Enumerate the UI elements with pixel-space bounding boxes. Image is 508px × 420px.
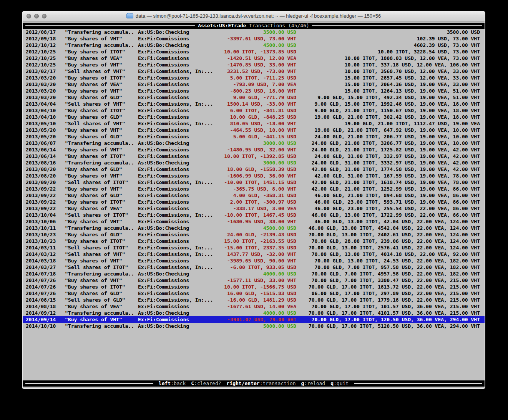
transaction-date: 2013/10/11 [23,225,65,231]
transaction-amount: 4000.00 USD [215,310,296,316]
rule-line [312,25,482,26]
transaction-account: Ex:Fi:Commissions [138,303,215,310]
transaction-row[interactable]: 2012/10/25"Buy shares of VEA"Ex:Fi:Commi… [23,55,485,61]
transaction-balance: 70.00 GLD, 17.00 ITOT, 1813.72 USD, 22.0… [296,284,485,290]
transaction-row[interactable]: 2013/06/07"Transfering accumula..As:US:B… [23,140,485,146]
traffic-lights [27,14,46,18]
transaction-row[interactable]: 2013/04/10"Buy shares of GLD"Ex:Fi:Commi… [23,114,485,120]
transaction-row[interactable]: 2013/08/16"Transfering accumula..As:US:B… [23,159,485,166]
minimize-button[interactable] [34,14,39,18]
transaction-row[interactable]: 2014/07/26"Buy shares of ITOT"Ex:Fi:Comm… [23,284,485,290]
transaction-date: 2013/09/22 [23,199,65,205]
transaction-balance: 42.00 GLD, 31.00 ITOT, 167.59 USD, 19.00… [296,173,485,179]
transaction-description: "Buy shares of GLD" [65,290,138,297]
transaction-row[interactable]: 2013/10/04"Sell shares of ITOT"Ex:Fi:Com… [23,212,485,218]
transaction-row[interactable]: 2013/10/23"Buy shares of GLD"Ex:Fi:Commi… [23,231,485,238]
transaction-amount: 3000.00 USD [215,140,296,146]
transaction-date: 2012/08/17 [23,29,65,35]
transaction-date: 2012/10/25 [23,55,65,61]
transaction-row[interactable]: 2013/03/20"Buy shares of VEA"Ex:Fi:Commi… [23,81,485,88]
transaction-balance: 70.00 GLD, 17.00 ITOT, 120.50 USD, 36.00… [296,316,485,323]
transaction-row[interactable]: 2014/03/11"Sell shares of ITOT"Ex:Fi:Com… [23,244,485,251]
transaction-row[interactable]: 2013/04/10"Buy shares of ITOT"Ex:Fi:Comm… [23,107,485,114]
key-action: :cleared? [194,380,221,386]
transaction-row[interactable]: 2014/08/18"Buy shares of VEA"Ex:Fi:Commi… [23,303,485,310]
transaction-row[interactable]: 2013/09/22"Buy shares of GLD"Ex:Fi:Commi… [23,192,485,199]
transaction-row[interactable]: 2014/03/12"Sell shares of VHT"Ex:Fi:Comm… [23,251,485,257]
transaction-row[interactable]: 2013/09/22"Buy shares of VHT"Ex:Fi:Commi… [23,186,485,192]
transaction-row[interactable]: 2013/03/20"Buy shares of VHT"Ex:Fi:Commi… [23,88,485,94]
transaction-row[interactable]: 2013/09/22"Buy shares of VEA"Ex:Fi:Commi… [23,205,485,212]
terminal-window: data — simon@pool-71-165-239-133.lsanca.… [22,11,485,389]
transaction-amount: -464.55 USD, 10.00 VHT [215,127,296,133]
transaction-row[interactable]: 2013/04/04"Sell shares of VHT"Ex:Fi:Comm… [23,101,485,107]
transaction-row[interactable]: 2014/10/10"Transfering accumula..As:US:B… [23,323,485,329]
transaction-date: 2013/04/10 [23,107,65,114]
screen-subtitle: transactions (45/46) [246,23,309,28]
transaction-row[interactable]: 2014/09/12"Transfering accumula..As:US:B… [23,310,485,316]
transaction-account: Ex:Fi:Commissions [138,290,215,297]
transaction-date: 2013/05/20 [23,133,65,140]
transaction-row[interactable]: 2012/10/12"Transfering accumula..As:US:B… [23,42,485,48]
transaction-balance: 9.00 GLD, 21.00 ITOT, 1150.67 USD, 19.00… [296,107,485,114]
title-area: data — simon@pool-71-165-239-133.lsanca.… [23,11,485,21]
transaction-description: "Sell shares of ITOT" [65,212,138,218]
transaction-row[interactable]: 2012/10/25"Buy shares of ITOT"Ex:Fi:Comm… [23,48,485,55]
transaction-row[interactable]: 2013/03/20"Buy shares of GLD"Ex:Fi:Commi… [23,94,485,101]
transaction-row[interactable]: 2013/10/11"Transfering accumula..As:US:B… [23,225,485,231]
transaction-date: 2014/07/26 [23,277,65,284]
transaction-account: Ex:Fi:Commissions [138,81,215,88]
transaction-account: Ex:Fi:Commissions [138,48,215,55]
transaction-amount: -1470.85 USD, 33.00 VHT [215,61,296,68]
transaction-description: "Buy shares of ITOT" [65,153,138,159]
transaction-row[interactable]: 2013/06/14"Buy shares of ITOT"Ex:Fi:Comm… [23,153,485,159]
transaction-row[interactable]: 2014/07/18"Transfering accumula..As:US:B… [23,271,485,277]
transaction-amount: -793.09 USD, 7.00 VEA [215,81,296,88]
transaction-date: 2012/10/12 [23,42,65,48]
transaction-row[interactable]: 2013/06/14"Buy shares of VHT"Ex:Fi:Commi… [23,146,485,153]
transaction-balance: 9.00 GLD, 15.00 ITOT, 492.34 USD, 19.00 … [296,94,485,101]
transaction-row[interactable]: 2013/09/20"Sell shares of ITOT"Ex:Fi:Com… [23,179,485,186]
transaction-row[interactable]: 2014/08/15"Sell shares of GLD"Ex:Fi:Comm… [23,297,485,303]
transaction-date: 2013/03/20 [23,94,65,101]
transaction-description: "Buy shares of VEA" [65,205,138,212]
transaction-row[interactable]: 2013/08/20"Buy shares of VHT"Ex:Fi:Commi… [23,173,485,179]
transaction-row[interactable]: 2014/07/26"Buy shares of VHT"Ex:Fi:Commi… [23,277,485,284]
transaction-row[interactable]: 2013/10/23"Buy shares of ITOT"Ex:Fi:Comm… [23,238,485,244]
transaction-row[interactable]: 2014/03/27"Sell shares of ITOT"Ex:Fi:Com… [23,264,485,271]
transaction-row[interactable]: 2013/09/22"Buy shares of ITOT"Ex:Fi:Comm… [23,199,485,205]
transaction-row[interactable]: 2013/05/10"Sell shares of VHT"Ex:Fi:Comm… [23,120,485,127]
transaction-balance: 42.00 GLD, 21.00 ITOT, 1618.74 USD, 19.0… [296,179,485,186]
transaction-amount: -15.00 ITOT, 2337.35 USD [215,244,296,251]
transaction-row[interactable]: 2013/05/20"Buy shares of VHT"Ex:Fi:Commi… [23,127,485,133]
transaction-date: 2013/08/20 [23,173,65,179]
transaction-row[interactable]: 2013/02/17"Sell shares of VHT"Ex:Fi:Comm… [23,68,485,75]
transaction-row[interactable]: 2014/03/18"Buy shares of VHT"Ex:Fi:Commi… [23,257,485,264]
transaction-row[interactable]: 2014/07/26"Buy shares of GLD"Ex:Fi:Commi… [23,290,485,297]
transaction-description: "Buy shares of ITOT" [65,75,138,81]
transaction-row[interactable]: 2013/05/20"Buy shares of GLD"Ex:Fi:Commi… [23,133,485,140]
transaction-row[interactable]: 2013/08/20"Buy shares of GLD"Ex:Fi:Commi… [23,166,485,173]
transaction-row[interactable]: 2012/09/18"Buy shares of VHT"Ex:Fi:Commi… [23,35,485,42]
transaction-date: 2014/03/12 [23,251,65,257]
transaction-row[interactable]: 2013/03/20"Buy shares of ITOT"Ex:Fi:Comm… [23,75,485,81]
transaction-amount: 4000.00 USD [215,271,296,277]
transaction-description: "Buy shares of ITOT" [65,199,138,205]
transaction-account: Ex:Fi:Commissions [138,218,215,225]
transaction-row[interactable]: 2013/10/06"Buy shares of VHT"Ex:Fi:Commi… [23,218,485,225]
close-button[interactable] [27,14,31,18]
transaction-balance: 70.00 GLD, 7.00 ITOT, 3380.47 USD, 22.00… [296,277,485,284]
transaction-date: 2012/10/25 [23,48,65,55]
transaction-amount: -1677.61 USD, 14.00 VEA [215,303,296,310]
footer-key-right-enter: right/enter:transaction [227,380,296,386]
transaction-description: "Transfering accumula.. [65,29,138,35]
zoom-button[interactable] [42,14,46,18]
window-titlebar[interactable]: data — simon@pool-71-165-239-133.lsanca.… [23,11,485,22]
transaction-date: 2014/10/10 [23,323,65,329]
transaction-row[interactable]: 2012/10/25"Buy shares of VHT"Ex:Fi:Commi… [23,61,485,68]
transaction-description: "Buy shares of GLD" [65,166,138,173]
transaction-row-selected[interactable]: 2014/09/14"Buy shares of VHT"Ex:Fi:Commi… [23,316,485,323]
rule-line [25,25,195,26]
transaction-balance: 70.00 GLD, 13.00 ITOT, 4014.18 USD, 22.0… [296,251,485,257]
transaction-row[interactable]: 2012/08/17"Transfering accumula..As:US:B… [23,29,485,35]
